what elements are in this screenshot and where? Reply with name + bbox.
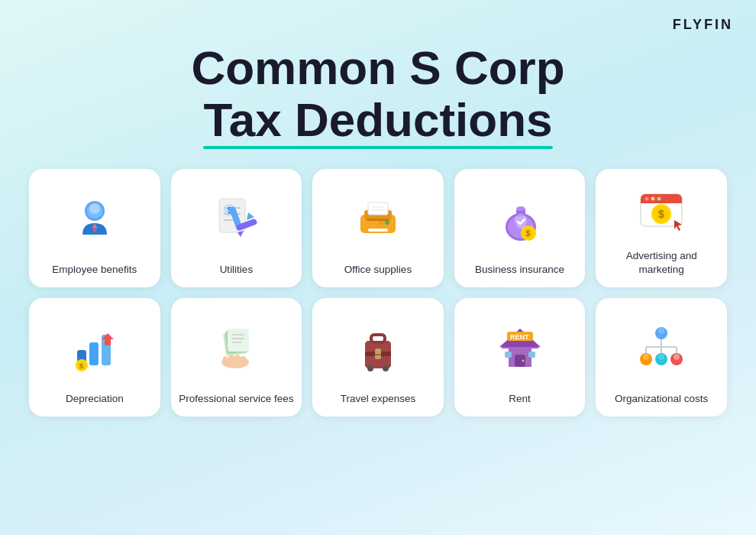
- svg-rect-60: [371, 335, 385, 342]
- advertising-marketing-icon: $: [603, 180, 719, 243]
- rent-icon: RENT: [462, 309, 578, 386]
- svg-text:$: $: [525, 229, 530, 238]
- svg-point-2: [89, 203, 100, 214]
- professional-service-fees-icon: [179, 309, 295, 386]
- card-professional-service-fees-label: Professional service fees: [179, 392, 293, 406]
- business-insurance-icon: $: [462, 180, 578, 257]
- svg-point-81: [658, 328, 664, 334]
- card-advertising-marketing: $ Advertising and marketing: [596, 169, 727, 287]
- organizational-costs-icon: [603, 309, 719, 386]
- card-employee-benefits: Employee benefits: [29, 169, 160, 287]
- card-organizational-costs: Organizational costs: [596, 298, 727, 417]
- card-office-supplies-label: Office supplies: [344, 263, 412, 277]
- svg-rect-57: [241, 356, 246, 365]
- page-header: Common S Corp Tax Deductions: [0, 0, 756, 169]
- card-utilities: $ Utilities: [171, 169, 302, 287]
- card-rent: RENT Rent: [454, 298, 586, 417]
- svg-rect-54: [223, 356, 228, 365]
- svg-point-34: [645, 196, 649, 200]
- depreciation-icon: $: [37, 309, 153, 386]
- svg-marker-13: [247, 212, 254, 220]
- svg-point-70: [522, 359, 524, 362]
- card-business-insurance-label: Business insurance: [475, 263, 564, 277]
- svg-rect-72: [528, 352, 535, 358]
- card-employee-benefits-label: Employee benefits: [52, 263, 137, 277]
- card-office-supplies: Office supplies: [312, 169, 444, 287]
- card-depreciation-label: Depreciation: [66, 392, 124, 406]
- card-organizational-costs-label: Organizational costs: [615, 392, 708, 406]
- card-depreciation: $ Depreciation: [29, 298, 160, 417]
- svg-point-36: [657, 196, 661, 200]
- office-supplies-icon: [320, 180, 436, 257]
- page-title: Common S Corp Tax Deductions: [0, 42, 756, 146]
- card-rent-label: Rent: [509, 392, 531, 406]
- svg-rect-23: [367, 219, 389, 221]
- utilities-icon: $: [179, 180, 295, 257]
- employee-benefits-icon: [37, 180, 153, 257]
- svg-rect-20: [368, 229, 388, 232]
- card-business-insurance: $ Business insurance: [454, 169, 586, 287]
- cards-row-2: $ Depreciation Profe: [0, 298, 756, 417]
- svg-rect-17: [368, 203, 388, 215]
- svg-rect-62: [375, 349, 381, 359]
- svg-rect-71: [505, 352, 512, 358]
- svg-point-35: [651, 196, 655, 200]
- brand-logo: FLYFIN: [673, 17, 733, 33]
- card-travel-expenses: Travel expenses: [312, 298, 444, 417]
- card-professional-service-fees: Professional service fees: [171, 298, 302, 417]
- svg-point-87: [674, 354, 680, 360]
- card-travel-expenses-label: Travel expenses: [341, 392, 416, 406]
- svg-point-85: [658, 354, 664, 360]
- svg-point-64: [383, 365, 389, 371]
- svg-rect-49: [228, 329, 249, 352]
- card-utilities-label: Utilities: [220, 263, 254, 277]
- svg-rect-55: [229, 355, 234, 364]
- svg-rect-42: [89, 342, 99, 365]
- svg-text:$: $: [79, 362, 83, 370]
- svg-rect-56: [235, 355, 240, 364]
- svg-text:$: $: [658, 208, 664, 220]
- svg-text:RENT: RENT: [510, 333, 529, 341]
- card-advertising-marketing-label: Advertising and marketing: [603, 249, 719, 277]
- travel-expenses-icon: [320, 309, 436, 386]
- svg-point-63: [367, 365, 373, 371]
- svg-point-27: [516, 206, 525, 211]
- cards-row-1: Employee benefits $: [0, 169, 756, 287]
- svg-point-83: [643, 354, 649, 360]
